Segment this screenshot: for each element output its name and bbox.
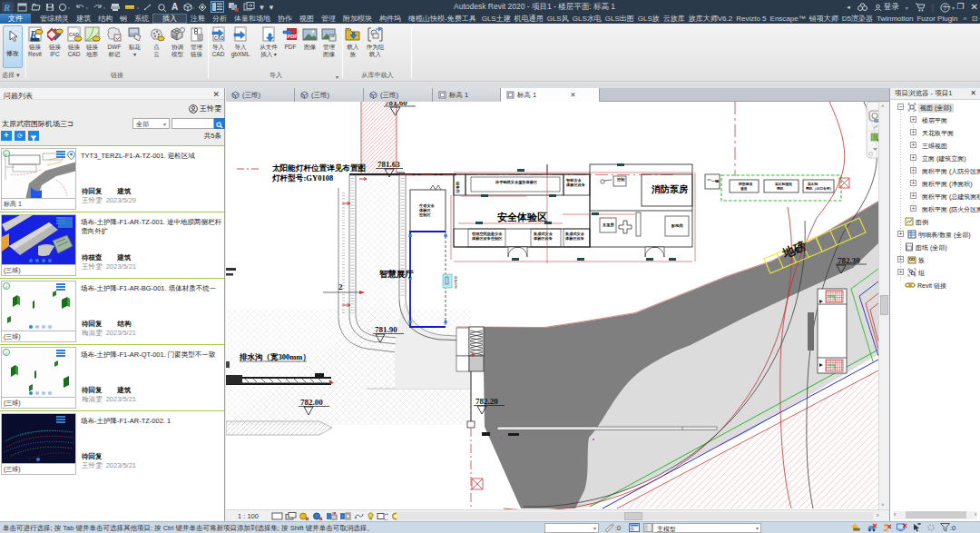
svg-text:灯杆型号:GY0108: 灯杆型号:GY0108 [271,173,334,183]
svg-text:782.30: 782.30 [838,256,860,265]
svg-text:防疫测温: 防疫测温 [739,182,752,186]
svg-text:CAD: CAD [214,35,224,41]
svg-text:782.00: 782.00 [300,398,323,407]
svg-text:实名制: 实名制 [808,182,818,186]
svg-text:781.63: 781.63 [377,160,400,169]
svg-text:2: 2 [338,282,343,291]
svg-text:智慧展厅: 智慧展厅 [378,269,415,279]
svg-text:781.90: 781.90 [375,325,397,334]
svg-text:设备控制: 设备控制 [454,276,458,290]
svg-text:一键: 一键 [711,179,719,183]
svg-text:实名制通道: 实名制通道 [775,182,792,186]
svg-text:消防泵房: 消防泵房 [651,184,688,194]
svg-text:R: R [3,2,10,13]
svg-text:通道: 通道 [740,186,748,191]
svg-text:闸机: 闸机 [777,186,784,191]
svg-text:安全体验区: 安全体验区 [497,212,547,222]
svg-text:排水沟（宽300mm）: 排水沟（宽300mm） [239,352,310,361]
svg-text:782.20: 782.20 [475,397,498,406]
svg-text:PDF: PDF [288,34,299,39]
svg-text:闸机（出口专用）: 闸机（出口专用） [806,186,833,191]
svg-text:太阳能灯杆位置详见布置图: 太阳能灯杆位置详见布置图 [271,163,366,173]
